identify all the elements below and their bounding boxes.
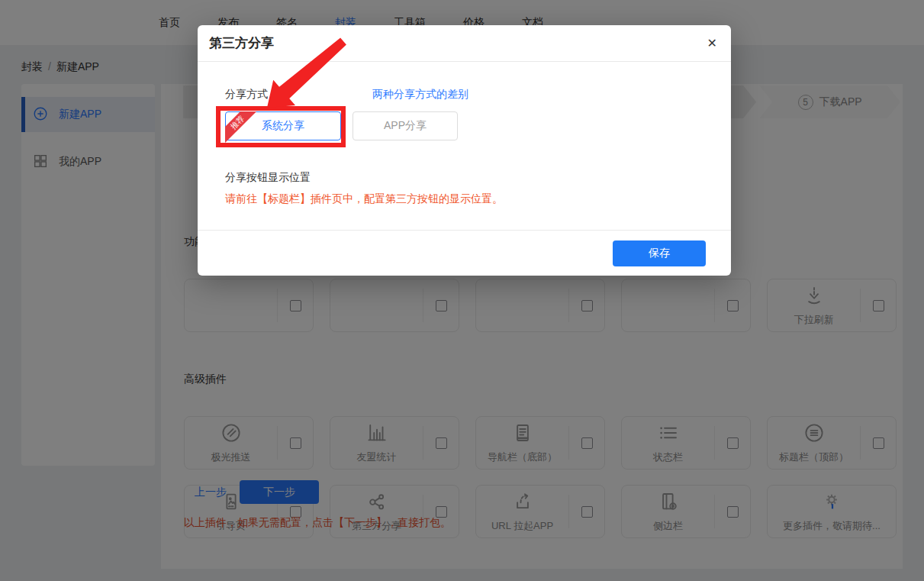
annotation-arrow-icon — [252, 35, 359, 115]
share-button-position-note: 请前往【标题栏】插件页中，配置第三方按钮的显示位置。 — [225, 192, 708, 206]
save-button[interactable]: 保存 — [613, 240, 706, 266]
option-app-share[interactable]: APP分享 — [353, 111, 458, 140]
close-icon[interactable]: ✕ — [707, 36, 717, 50]
share-method-diff-link[interactable]: 两种分享方式的差别 — [372, 88, 468, 102]
dialog-footer: 保存 — [198, 230, 731, 276]
option-app-share-label: APP分享 — [384, 119, 427, 133]
share-button-position-label: 分享按钮显示位置 — [225, 171, 708, 185]
